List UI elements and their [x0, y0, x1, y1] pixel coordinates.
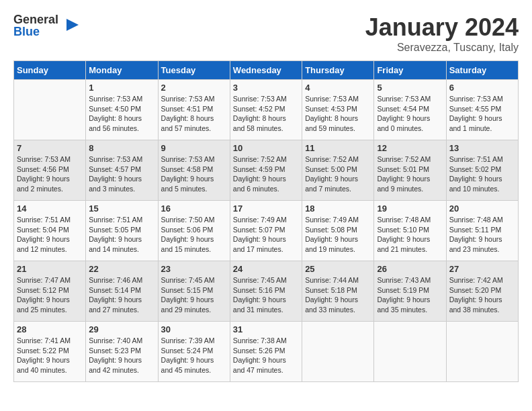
header-thursday: Thursday: [302, 61, 374, 80]
day-info: Sunrise: 7:51 AMSunset: 5:04 PMDaylight:…: [17, 215, 83, 255]
day-info: Sunrise: 7:52 AMSunset: 4:59 PMDaylight:…: [233, 154, 299, 194]
header-friday: Friday: [374, 61, 446, 80]
day-number: 11: [305, 143, 371, 153]
day-number: 24: [233, 264, 299, 274]
day-number: 29: [89, 324, 154, 334]
day-number: 15: [89, 203, 154, 214]
location-title: Seravezza, Tuscany, Italy: [365, 42, 519, 54]
day-number: 26: [377, 264, 443, 274]
day-number: 20: [449, 203, 515, 214]
day-info: Sunrise: 7:41 AMSunset: 5:22 PMDaylight:…: [17, 336, 83, 375]
logo-general: General: [13, 13, 58, 26]
day-info: Sunrise: 7:39 AMSunset: 5:24 PMDaylight:…: [161, 336, 227, 375]
day-number: 17: [233, 203, 299, 214]
calendar-cell: 21Sunrise: 7:47 AMSunset: 5:12 PMDayligh…: [14, 261, 86, 322]
calendar-cell: 13Sunrise: 7:51 AMSunset: 5:02 PMDayligh…: [446, 140, 518, 201]
day-info: Sunrise: 7:53 AMSunset: 4:51 PMDaylight:…: [161, 94, 227, 134]
day-number: 16: [161, 203, 227, 214]
week-row-0: 1Sunrise: 7:53 AMSunset: 4:50 PMDaylight…: [14, 80, 519, 140]
calendar-cell: 6Sunrise: 7:53 AMSunset: 4:55 PMDaylight…: [446, 80, 518, 140]
day-number: 19: [377, 203, 443, 214]
day-info: Sunrise: 7:53 AMSunset: 4:56 PMDaylight:…: [17, 154, 83, 194]
day-info: Sunrise: 7:53 AMSunset: 4:52 PMDaylight:…: [233, 94, 299, 134]
calendar-cell: 20Sunrise: 7:48 AMSunset: 5:11 PMDayligh…: [446, 201, 518, 261]
logo-icon: [60, 15, 80, 36]
day-info: Sunrise: 7:46 AMSunset: 5:14 PMDaylight:…: [89, 275, 154, 315]
calendar-cell: 8Sunrise: 7:53 AMSunset: 4:57 PMDaylight…: [86, 140, 158, 201]
month-title: January 2024: [365, 13, 519, 42]
header-tuesday: Tuesday: [158, 61, 230, 80]
day-info: Sunrise: 7:49 AMSunset: 5:08 PMDaylight:…: [305, 215, 371, 255]
week-row-2: 14Sunrise: 7:51 AMSunset: 5:04 PMDayligh…: [14, 201, 519, 261]
calendar-cell: 26Sunrise: 7:43 AMSunset: 5:19 PMDayligh…: [374, 261, 446, 322]
day-info: Sunrise: 7:45 AMSunset: 5:16 PMDaylight:…: [233, 275, 299, 315]
calendar-cell: 7Sunrise: 7:53 AMSunset: 4:56 PMDaylight…: [14, 140, 86, 201]
calendar-cell: [302, 322, 374, 382]
calendar-cell: 4Sunrise: 7:53 AMSunset: 4:53 PMDaylight…: [302, 80, 374, 140]
calendar-cell: [374, 322, 446, 382]
day-number: 1: [89, 83, 154, 93]
calendar-cell: 24Sunrise: 7:45 AMSunset: 5:16 PMDayligh…: [230, 261, 302, 322]
day-info: Sunrise: 7:52 AMSunset: 5:01 PMDaylight:…: [377, 154, 443, 194]
calendar-table: SundayMondayTuesdayWednesdayThursdayFrid…: [13, 60, 519, 382]
day-number: 25: [305, 264, 371, 274]
day-number: 7: [17, 143, 83, 153]
day-number: 31: [233, 324, 299, 334]
day-number: 23: [161, 264, 227, 274]
calendar-cell: 25Sunrise: 7:44 AMSunset: 5:18 PMDayligh…: [302, 261, 374, 322]
header: General Blue January 2024 Seravezza, Tus…: [13, 13, 519, 54]
day-number: 6: [449, 83, 515, 93]
day-info: Sunrise: 7:43 AMSunset: 5:19 PMDaylight:…: [377, 275, 443, 315]
calendar-cell: 23Sunrise: 7:45 AMSunset: 5:15 PMDayligh…: [158, 261, 230, 322]
day-info: Sunrise: 7:40 AMSunset: 5:23 PMDaylight:…: [89, 336, 154, 375]
day-number: 30: [161, 324, 227, 334]
logo: General Blue: [13, 13, 80, 38]
header-wednesday: Wednesday: [230, 61, 302, 80]
day-number: 28: [17, 324, 83, 334]
day-info: Sunrise: 7:53 AMSunset: 4:58 PMDaylight:…: [161, 154, 227, 194]
day-number: 18: [305, 203, 371, 214]
day-number: 22: [89, 264, 154, 274]
week-row-1: 7Sunrise: 7:53 AMSunset: 4:56 PMDaylight…: [14, 140, 519, 201]
calendar-cell: 31Sunrise: 7:38 AMSunset: 5:26 PMDayligh…: [230, 322, 302, 382]
day-info: Sunrise: 7:38 AMSunset: 5:26 PMDaylight:…: [233, 336, 299, 375]
calendar-cell: 15Sunrise: 7:51 AMSunset: 5:05 PMDayligh…: [86, 201, 158, 261]
day-number: 5: [377, 83, 443, 93]
title-area: January 2024 Seravezza, Tuscany, Italy: [365, 13, 519, 54]
calendar-cell: 28Sunrise: 7:41 AMSunset: 5:22 PMDayligh…: [14, 322, 86, 382]
day-info: Sunrise: 7:45 AMSunset: 5:15 PMDaylight:…: [161, 275, 227, 315]
day-number: 13: [449, 143, 515, 153]
day-number: 2: [161, 83, 227, 93]
day-info: Sunrise: 7:53 AMSunset: 4:57 PMDaylight:…: [89, 154, 154, 194]
day-number: 10: [233, 143, 299, 153]
calendar-header-row: SundayMondayTuesdayWednesdayThursdayFrid…: [14, 61, 519, 80]
calendar-cell: 22Sunrise: 7:46 AMSunset: 5:14 PMDayligh…: [86, 261, 158, 322]
calendar-cell: 27Sunrise: 7:42 AMSunset: 5:20 PMDayligh…: [446, 261, 518, 322]
calendar-cell: 10Sunrise: 7:52 AMSunset: 4:59 PMDayligh…: [230, 140, 302, 201]
day-info: Sunrise: 7:51 AMSunset: 5:02 PMDaylight:…: [449, 154, 515, 194]
header-sunday: Sunday: [14, 61, 86, 80]
day-info: Sunrise: 7:53 AMSunset: 4:50 PMDaylight:…: [89, 94, 154, 134]
day-number: 9: [161, 143, 227, 153]
calendar-cell: 16Sunrise: 7:50 AMSunset: 5:06 PMDayligh…: [158, 201, 230, 261]
header-monday: Monday: [86, 61, 158, 80]
calendar-cell: 9Sunrise: 7:53 AMSunset: 4:58 PMDaylight…: [158, 140, 230, 201]
day-number: 21: [17, 264, 83, 274]
calendar-cell: 29Sunrise: 7:40 AMSunset: 5:23 PMDayligh…: [86, 322, 158, 382]
calendar-cell: 19Sunrise: 7:48 AMSunset: 5:10 PMDayligh…: [374, 201, 446, 261]
calendar-cell: [14, 80, 86, 140]
week-row-4: 28Sunrise: 7:41 AMSunset: 5:22 PMDayligh…: [14, 322, 519, 382]
logo-blue: Blue: [13, 26, 58, 38]
calendar-cell: 5Sunrise: 7:53 AMSunset: 4:54 PMDaylight…: [374, 80, 446, 140]
day-info: Sunrise: 7:42 AMSunset: 5:20 PMDaylight:…: [449, 275, 515, 315]
day-info: Sunrise: 7:53 AMSunset: 4:54 PMDaylight:…: [377, 94, 443, 134]
calendar-cell: [446, 322, 518, 382]
calendar-cell: 3Sunrise: 7:53 AMSunset: 4:52 PMDaylight…: [230, 80, 302, 140]
day-info: Sunrise: 7:50 AMSunset: 5:06 PMDaylight:…: [161, 215, 227, 255]
calendar-cell: 17Sunrise: 7:49 AMSunset: 5:07 PMDayligh…: [230, 201, 302, 261]
calendar-cell: 2Sunrise: 7:53 AMSunset: 4:51 PMDaylight…: [158, 80, 230, 140]
day-number: 12: [377, 143, 443, 153]
day-number: 8: [89, 143, 154, 153]
calendar-cell: 11Sunrise: 7:52 AMSunset: 5:00 PMDayligh…: [302, 140, 374, 201]
day-info: Sunrise: 7:47 AMSunset: 5:12 PMDaylight:…: [17, 275, 83, 315]
